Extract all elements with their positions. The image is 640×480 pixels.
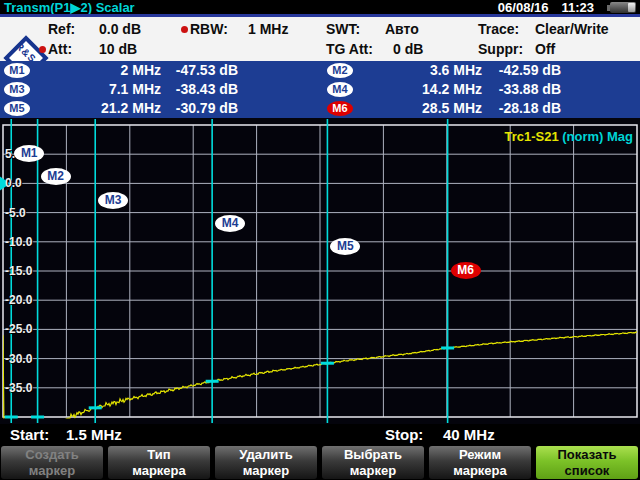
y-axis-tick-label: -25.0	[5, 321, 47, 337]
trace-name-label: Trc1-S21	[504, 129, 558, 144]
trace-format-label: (norm) Mag	[559, 129, 633, 144]
rbw-coupled-dot-icon	[181, 26, 188, 33]
chart-marker-label-m6[interactable]: M6	[451, 262, 481, 279]
marker-level-m4: -33.88 dB	[487, 80, 561, 99]
marker-freq-m2: 3.6 MHz	[356, 61, 482, 80]
softkey-show-list[interactable]: Показатьсписок	[536, 446, 638, 479]
marker-badge-m1: M1	[4, 63, 30, 78]
y-axis-tick-label: -15.0	[5, 263, 47, 279]
measurement-mode-title: Transm(P1▶2) Scalar	[4, 0, 135, 15]
y-axis-tick-label: -35.0	[5, 380, 47, 396]
trace-legend: Trc1-S21 (norm) Mag	[504, 129, 633, 144]
marker-badge-m3: M3	[4, 82, 30, 97]
y-axis-tick-label: -20.0	[5, 292, 47, 308]
time-label: 11:23	[561, 0, 594, 15]
marker-badge-m2: M2	[327, 63, 353, 78]
marker-level-m3: -38.43 dB	[166, 80, 238, 99]
softkey-marker-type[interactable]: Типмаркера	[108, 446, 210, 479]
softkey-bar: Создатьмаркер Типмаркера Удалитьмаркер В…	[0, 445, 640, 480]
instrument-screen: Transm(P1▶2) Scalar 06/08/16 11:23 R&S R…	[0, 0, 640, 480]
marker-trace-tick-m2	[31, 416, 44, 419]
marker-freq-m1: 2 MHz	[36, 61, 161, 80]
ref-label: Ref:	[48, 21, 75, 37]
marker-table: M1 2 MHz -47.53 dB M2 3.6 MHz -42.59 dB …	[0, 61, 640, 118]
rbw-label: RBW:	[190, 21, 228, 37]
trace-plot	[0, 114, 640, 424]
suppr-label: Suppr:	[478, 41, 523, 57]
titlebar-status: 06/08/16 11:23	[498, 0, 636, 15]
y-axis-tick-label: -10.0	[5, 234, 47, 250]
battery-icon	[607, 2, 636, 13]
softkey-marker-mode[interactable]: Режиммаркера	[429, 446, 531, 479]
marker-trace-tick-m1	[5, 416, 18, 419]
att-value[interactable]: 10 dB	[99, 41, 137, 57]
chart-marker-label-m1[interactable]: M1	[14, 145, 44, 162]
frequency-axis-bar: Start: 1.5 MHz Stop: 40 MHz	[0, 424, 640, 445]
marker-level-m2: -42.59 dB	[487, 61, 561, 80]
att-label: Att:	[48, 41, 72, 57]
rbw-value[interactable]: 1 MHz	[248, 21, 288, 37]
softkey-delete-marker[interactable]: Удалитьмаркер	[215, 446, 317, 479]
date-label: 06/08/16	[498, 0, 549, 15]
softkey-select-marker[interactable]: Выбратьмаркер	[322, 446, 424, 479]
trace-value[interactable]: Clear/Write	[535, 21, 609, 37]
marker-trace-tick-m3	[89, 406, 102, 409]
start-freq-label: Start:	[10, 424, 49, 445]
marker-table-row: M3 7.1 MHz -38.43 dB M4 14.2 MHz -33.88 …	[0, 80, 640, 99]
marker-freq-m3: 7.1 MHz	[36, 80, 161, 99]
chart-marker-label-m2[interactable]: M2	[41, 168, 71, 185]
tg-att-label: TG Att:	[326, 41, 373, 57]
swt-value[interactable]: Авто	[385, 21, 419, 37]
marker-badge-m4: M4	[327, 82, 353, 97]
start-freq-value[interactable]: 1.5 MHz	[66, 424, 122, 445]
battery-charge-level	[628, 3, 635, 12]
swt-label: SWT:	[326, 21, 360, 37]
att-coupled-dot-icon	[39, 46, 46, 53]
marker-level-m1: -47.53 dB	[166, 61, 238, 80]
suppr-value[interactable]: Off	[535, 41, 555, 57]
y-axis-tick-label: -5.0	[5, 205, 47, 221]
stop-freq-label: Stop:	[385, 424, 423, 445]
chart-marker-label-m3[interactable]: M3	[98, 192, 128, 209]
trace-display: 5.0 0.0 -5.0 -10.0 -15.0 -20.0 -25.0 -30…	[0, 114, 640, 424]
titlebar: Transm(P1▶2) Scalar 06/08/16 11:23	[0, 0, 640, 14]
marker-trace-tick-m6	[441, 346, 454, 349]
stop-freq-value[interactable]: 40 MHz	[443, 424, 495, 445]
marker-freq-m4: 14.2 MHz	[356, 80, 482, 99]
marker-table-row: M1 2 MHz -47.53 dB M2 3.6 MHz -42.59 dB	[0, 61, 640, 80]
softkey-new-marker[interactable]: Создатьмаркер	[1, 446, 103, 479]
marker-trace-tick-m4	[206, 380, 219, 383]
chart-marker-label-m4[interactable]: M4	[215, 215, 245, 232]
battery-body	[610, 2, 636, 13]
marker-trace-tick-m5	[321, 362, 334, 365]
trace-label: Trace:	[478, 21, 519, 37]
tg-att-value[interactable]: 0 dB	[393, 41, 423, 57]
settings-panel: R&S Ref: 0.0 dB RBW: 1 MHz SWT: Авто Tra…	[0, 17, 640, 61]
y-axis-tick-label: -30.0	[5, 351, 47, 367]
ref-value[interactable]: 0.0 dB	[99, 21, 141, 37]
